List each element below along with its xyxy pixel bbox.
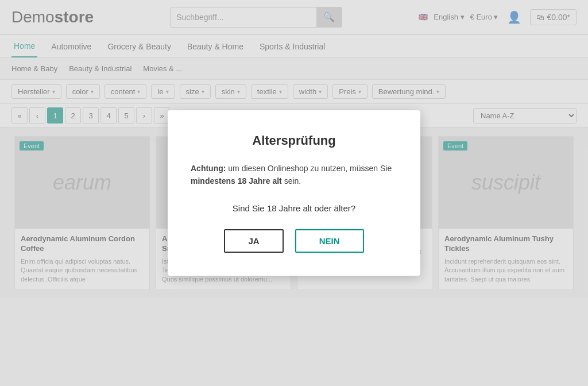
no-button[interactable]: NEIN <box>295 229 364 253</box>
modal-warning-bold: mindestens 18 Jahre alt <box>191 176 282 186</box>
modal-overlay: Altersprüfung Achtung: um diesen Onlines… <box>0 0 588 386</box>
modal-warning-label: Achtung: <box>191 164 226 173</box>
age-verification-modal: Altersprüfung Achtung: um diesen Onlines… <box>168 110 420 276</box>
modal-title: Altersprüfung <box>191 133 397 148</box>
modal-warning-text: Achtung: um diesen Onlineshop zu nutzen,… <box>191 162 397 188</box>
modal-buttons: JA NEIN <box>191 229 397 253</box>
modal-question: Sind Sie 18 Jahre alt oder älter? <box>191 203 397 213</box>
yes-button[interactable]: JA <box>224 229 283 253</box>
